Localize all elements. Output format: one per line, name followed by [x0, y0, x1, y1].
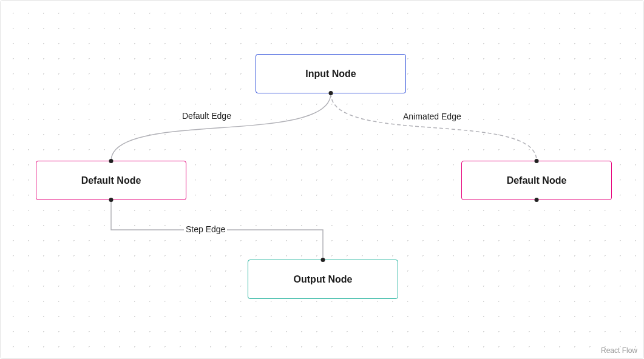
- node-input[interactable]: Input Node: [256, 54, 406, 93]
- attribution-link[interactable]: React Flow: [601, 346, 637, 355]
- handle-target[interactable]: [109, 159, 114, 163]
- handle-source[interactable]: [535, 198, 539, 202]
- node-output[interactable]: Output Node: [248, 260, 398, 299]
- handle-target[interactable]: [535, 159, 539, 163]
- node-label: Default Node: [507, 175, 567, 186]
- handle-source[interactable]: [329, 91, 333, 95]
- node-label: Input Node: [305, 69, 356, 79]
- handle-target[interactable]: [321, 258, 325, 262]
- node-default-left[interactable]: Default Node: [36, 161, 186, 200]
- edge-animated[interactable]: [331, 93, 537, 161]
- node-label: Default Node: [81, 175, 141, 186]
- edge-default[interactable]: [111, 93, 331, 161]
- node-label: Output Node: [294, 274, 353, 285]
- edge-label-animated: Animated Edge: [401, 112, 463, 121]
- edge-label-default: Default Edge: [180, 111, 233, 121]
- handle-source[interactable]: [109, 198, 114, 202]
- flow-canvas[interactable]: Default Edge Animated Edge Step Edge Inp…: [0, 0, 644, 359]
- node-default-right[interactable]: Default Node: [461, 161, 612, 200]
- edge-label-step: Step Edge: [184, 224, 227, 234]
